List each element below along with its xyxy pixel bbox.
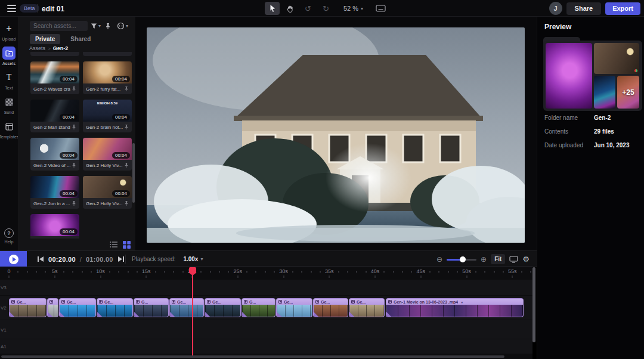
hand-tool-button[interactable]: [283, 2, 298, 15]
pin-icon[interactable]: [124, 86, 129, 92]
canvas-zoom-dropdown[interactable]: 52 % ▾: [340, 4, 367, 13]
playback-speed-dropdown[interactable]: 1.00x ▾: [179, 255, 206, 263]
track-v3[interactable]: V3: [0, 280, 532, 295]
ruler-dot: [475, 271, 476, 273]
timeline-clip[interactable]: Ge...: [97, 298, 133, 317]
sidebar-item-solid[interactable]: Solid: [0, 95, 18, 114]
ruler-dot: [36, 271, 37, 273]
tab-private[interactable]: Private: [30, 34, 60, 44]
asset-thumbnail: 00:04: [30, 61, 79, 83]
timeline-clip[interactable]: Ge...: [349, 298, 385, 317]
pin-icon[interactable]: [72, 200, 76, 206]
share-button[interactable]: Share: [566, 2, 602, 15]
clip-filmstrip: [170, 305, 203, 317]
sidebar-item-assets[interactable]: Assets: [0, 47, 18, 66]
asset-card[interactable]: 00:04 Gen-2 Holly Viv...: [83, 176, 132, 209]
undo-button[interactable]: ↺: [301, 2, 315, 15]
search-input[interactable]: [30, 21, 88, 31]
avatar[interactable]: J: [549, 2, 562, 15]
select-tool-button[interactable]: [265, 2, 280, 15]
preview-display-button[interactable]: [509, 256, 518, 263]
pin-icon[interactable]: [72, 162, 76, 168]
skip-to-end-button[interactable]: [117, 256, 125, 262]
timeline-clip[interactable]: Ge...: [276, 298, 312, 317]
pin-icon[interactable]: [124, 124, 129, 130]
asset-card[interactable]: 00:04 Gen-2 Video of ...: [30, 138, 79, 171]
divider: [37, 4, 38, 13]
sidebar-item-label: Upload: [2, 37, 16, 41]
sidebar-item-label: Help: [4, 240, 13, 244]
sidebar-item-label: Assets: [2, 61, 16, 66]
clip-header: [48, 299, 58, 305]
play-button[interactable]: [0, 251, 27, 267]
duration-badge: 00:04: [60, 152, 78, 159]
tab-shared[interactable]: Shared: [65, 34, 96, 44]
asset-card[interactable]: BIBIOH 8.59 00:04 Gen-2 brain not...: [83, 100, 132, 132]
timeline-clip[interactable]: [47, 298, 58, 317]
skip-to-start-button[interactable]: [37, 256, 44, 262]
assets-footer: [18, 239, 135, 250]
pin-icon[interactable]: [72, 86, 76, 92]
timeline-ruler[interactable]: 0 5s 10s 15s 20s 25s 30s 35s 40s 45s 50s…: [0, 267, 532, 278]
sidebar-item-text[interactable]: T Text: [0, 71, 18, 90]
clip-filmstrip: [134, 305, 168, 317]
clip-header: Ge...: [97, 299, 132, 305]
playhead-line[interactable]: [192, 272, 193, 355]
asset-card[interactable]: 00:04 Gen-2 Holly Viv...: [83, 138, 132, 171]
view-options-button[interactable]: ▾: [117, 21, 128, 31]
asset-card[interactable]: 00:04 Gen-2 Jon in a ...: [30, 176, 79, 209]
playback-speed-value: 1.00x: [183, 256, 198, 262]
assets-scrollbar[interactable]: [132, 143, 135, 203]
pin-icon[interactable]: [124, 162, 129, 168]
timeline-clip[interactable]: Ge...: [205, 298, 241, 317]
pin-icon[interactable]: [72, 124, 76, 130]
breadcrumb-root[interactable]: Assets: [29, 45, 45, 51]
ruler-tick: [375, 276, 376, 278]
fit-button[interactable]: Fit: [491, 254, 505, 264]
total-timecode: 01:00.00: [86, 256, 113, 263]
asset-card[interactable]: 00:04 Gen-2 Man stand...: [30, 100, 79, 132]
timeline-clip[interactable]: Gen-1 Movie on 13-06-2023 .mp4 ▾: [386, 298, 524, 317]
sidebar-item-help[interactable]: ? Help: [0, 228, 18, 244]
zoom-out-icon[interactable]: ⊖: [436, 256, 442, 263]
timeline-clip[interactable]: Ge...: [59, 298, 96, 317]
timeline-clip[interactable]: G...: [134, 298, 169, 317]
folder-collage: +25: [543, 41, 642, 111]
ruler-dot: [173, 271, 174, 273]
track-a1[interactable]: A1: [0, 339, 532, 354]
grid-view-button[interactable]: [123, 241, 131, 249]
folder-preview[interactable]: +25: [543, 37, 642, 111]
sidebar-item-templates[interactable]: Templates: [0, 120, 18, 139]
duration-badge: 00:04: [112, 152, 130, 159]
pinned-filter-button[interactable]: [105, 21, 111, 31]
clip-play-icon: [315, 300, 319, 304]
timeline-horizontal-scrollbar[interactable]: [1, 355, 504, 358]
timeline-clip[interactable]: G...: [242, 298, 275, 317]
zoom-in-icon[interactable]: ⊕: [481, 256, 487, 263]
list-view-button[interactable]: [110, 241, 118, 248]
timeline-zoom-slider[interactable]: [447, 256, 476, 262]
overflow-count-badge: +25: [622, 88, 634, 97]
timeline-clip[interactable]: Ge...: [9, 298, 47, 317]
asset-card[interactable]: 00:04 Gen-2 Waves cra...: [30, 61, 79, 94]
timeline-vertical-scrollbar[interactable]: [532, 267, 535, 342]
export-button[interactable]: Export: [605, 2, 640, 15]
asset-card[interactable]: 00:04 Gen-2 furry fat...: [83, 61, 132, 94]
settings-gear-icon[interactable]: ⚙: [522, 255, 530, 264]
track-v1[interactable]: V1: [0, 320, 532, 339]
duration-badge: 00:04: [112, 76, 130, 82]
video-preview[interactable]: [147, 27, 525, 243]
detail-value: Gen-2: [594, 114, 611, 121]
redo-button[interactable]: ↻: [318, 2, 333, 15]
keyboard-shortcuts-button[interactable]: [373, 2, 388, 15]
sidebar-item-upload[interactable]: + Upload: [0, 22, 18, 41]
chevron-down-icon[interactable]: ▾: [461, 300, 463, 304]
slider-knob[interactable]: [460, 256, 466, 262]
hamburger-menu-icon[interactable]: [7, 5, 16, 12]
timeline-clip[interactable]: Ge...: [169, 298, 204, 317]
filter-button[interactable]: ▾: [91, 21, 101, 31]
folder-details: Folder name Gen-2 Contents 29 files Date…: [544, 112, 637, 153]
skip-start-icon: [37, 256, 44, 262]
timeline-clip[interactable]: Ge...: [313, 298, 348, 317]
pin-icon[interactable]: [124, 200, 129, 206]
